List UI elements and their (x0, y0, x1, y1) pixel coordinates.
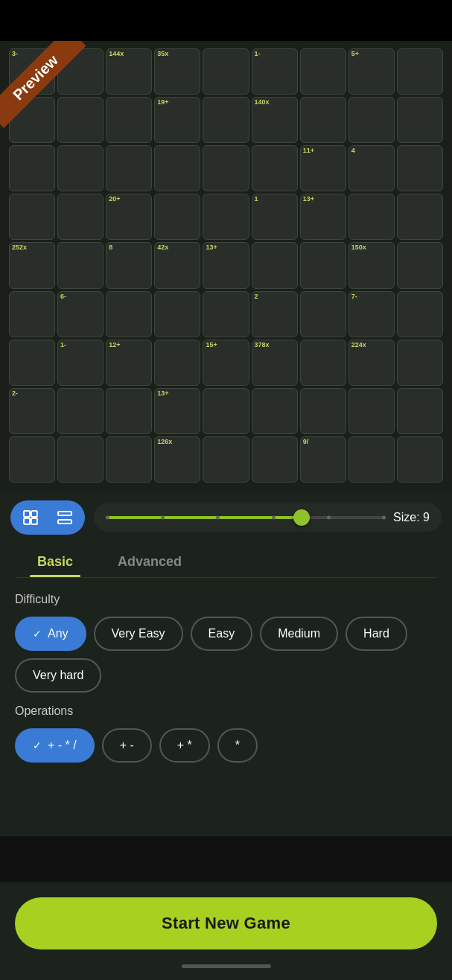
grid-cell[interactable] (9, 194, 55, 240)
grid-cell[interactable] (397, 242, 443, 288)
grid-cell[interactable]: 126x (154, 436, 200, 483)
grid-cell[interactable] (300, 48, 346, 95)
grid-cell[interactable]: 3- (9, 48, 55, 95)
grid-cell[interactable] (397, 340, 443, 386)
grid-cell[interactable]: 20+ (106, 194, 152, 240)
grid-cell[interactable] (106, 388, 152, 434)
grid-cell[interactable]: 12+ (106, 340, 152, 386)
grid-cell[interactable] (397, 145, 443, 191)
grid-cell[interactable]: 15+ (203, 340, 249, 386)
grid-cell[interactable]: 13+ (300, 194, 346, 240)
grid-cell[interactable] (57, 436, 104, 483)
grid-cell[interactable]: 13+ (203, 242, 249, 288)
slider-track[interactable] (106, 516, 386, 519)
grid-cell[interactable] (252, 145, 298, 191)
difficulty-option-medium[interactable]: Medium (260, 617, 338, 651)
grid-cell[interactable]: 2- (9, 388, 55, 434)
grid-cell[interactable] (106, 145, 152, 191)
grid-cell[interactable] (203, 388, 249, 434)
operations-option-add-mul[interactable]: + * (159, 728, 210, 763)
grid-cell[interactable] (348, 436, 395, 483)
grid-cell[interactable] (57, 388, 104, 434)
grid-cell[interactable] (300, 340, 346, 386)
grid-cell[interactable]: 9/ (300, 436, 346, 483)
grid-cell[interactable] (154, 194, 200, 240)
grid-cell[interactable]: 10+ (9, 97, 55, 143)
grid-cell[interactable] (203, 291, 249, 337)
grid-cell[interactable] (348, 97, 395, 143)
grid-cell[interactable] (154, 340, 200, 386)
grid-cell[interactable] (203, 436, 249, 483)
grid-cell[interactable]: 150x (348, 242, 395, 288)
grid-cell[interactable] (397, 194, 443, 240)
grid-cell[interactable] (154, 291, 200, 337)
difficulty-option-hard[interactable]: Hard (346, 617, 407, 651)
grid-cell[interactable]: 1- (252, 48, 298, 95)
grid-cell[interactable] (348, 194, 395, 240)
grid-cell[interactable] (397, 291, 443, 337)
grid-cell[interactable]: 11+ (300, 145, 346, 191)
grid-cell[interactable] (106, 436, 152, 483)
view-toggle[interactable] (10, 500, 85, 535)
difficulty-option-any[interactable]: ✓Any (15, 617, 86, 651)
operations-option-add-sub[interactable]: + - (102, 728, 152, 763)
grid-cell[interactable] (106, 97, 152, 143)
grid-cell[interactable]: 252x (9, 242, 55, 288)
grid-cell[interactable] (300, 97, 346, 143)
difficulty-option-easy[interactable]: Easy (191, 617, 253, 651)
grid-cell[interactable]: 4 (348, 145, 395, 191)
tab-basic[interactable]: Basic (15, 544, 95, 577)
tab-advanced[interactable]: Advanced (95, 544, 204, 577)
grid-cell[interactable] (203, 145, 249, 191)
grid-cell[interactable] (9, 340, 55, 386)
operations-option-all[interactable]: ✓+ - * / (15, 728, 95, 763)
grid-cell[interactable] (9, 291, 55, 337)
grid-cell[interactable] (57, 48, 104, 95)
grid-cell[interactable] (57, 242, 104, 288)
grid-cell[interactable]: 2 (252, 291, 298, 337)
grid-cell[interactable] (397, 48, 443, 95)
grid-cell[interactable] (9, 145, 55, 191)
grid-cell[interactable] (57, 97, 104, 143)
grid-cell[interactable]: 19+ (154, 97, 200, 143)
grid-cell[interactable]: 6- (57, 291, 104, 337)
grid-cell[interactable] (203, 48, 249, 95)
grid-cell[interactable] (348, 388, 395, 434)
difficulty-option-very-hard[interactable]: Very hard (15, 658, 101, 693)
grid-cell[interactable] (106, 291, 152, 337)
difficulty-option-very-easy[interactable]: Very Easy (94, 617, 183, 651)
grid-cell[interactable] (252, 436, 298, 483)
grid-cell[interactable] (203, 97, 249, 143)
grid-view-button[interactable] (13, 503, 48, 532)
grid-cell[interactable]: 7- (348, 291, 395, 337)
grid-cell[interactable] (252, 242, 298, 288)
grid-cell[interactable]: 1- (57, 340, 104, 386)
grid-cell[interactable] (300, 242, 346, 288)
grid-cell[interactable] (397, 97, 443, 143)
grid-cell[interactable] (203, 194, 249, 240)
slider-thumb[interactable] (293, 509, 310, 526)
grid-cell[interactable]: 140x (252, 97, 298, 143)
grid-cell[interactable]: 144x (106, 48, 152, 95)
grid-cell[interactable] (154, 145, 200, 191)
grid-cell[interactable] (57, 194, 104, 240)
grid-cell[interactable]: 8 (106, 242, 152, 288)
grid-cell[interactable]: 35x (154, 48, 200, 95)
grid-cell[interactable]: 13+ (154, 388, 200, 434)
grid-cell[interactable] (9, 436, 55, 483)
grid-cell[interactable]: 224x (348, 340, 395, 386)
operations-option-mul[interactable]: * (217, 728, 258, 763)
grid-cell[interactable] (252, 388, 298, 434)
grid-cell[interactable] (57, 145, 104, 191)
svg-rect-5 (58, 520, 71, 524)
grid-cell[interactable]: 378x (252, 340, 298, 386)
grid-cell[interactable]: 5+ (348, 48, 395, 95)
grid-cell[interactable]: 1 (252, 194, 298, 240)
list-view-button[interactable] (48, 503, 82, 532)
grid-cell[interactable] (397, 388, 443, 434)
grid-cell[interactable] (300, 291, 346, 337)
grid-cell[interactable] (397, 436, 443, 483)
grid-cell[interactable]: 42x (154, 242, 200, 288)
start-new-game-button[interactable]: Start New Game (15, 897, 437, 949)
grid-cell[interactable] (300, 388, 346, 434)
